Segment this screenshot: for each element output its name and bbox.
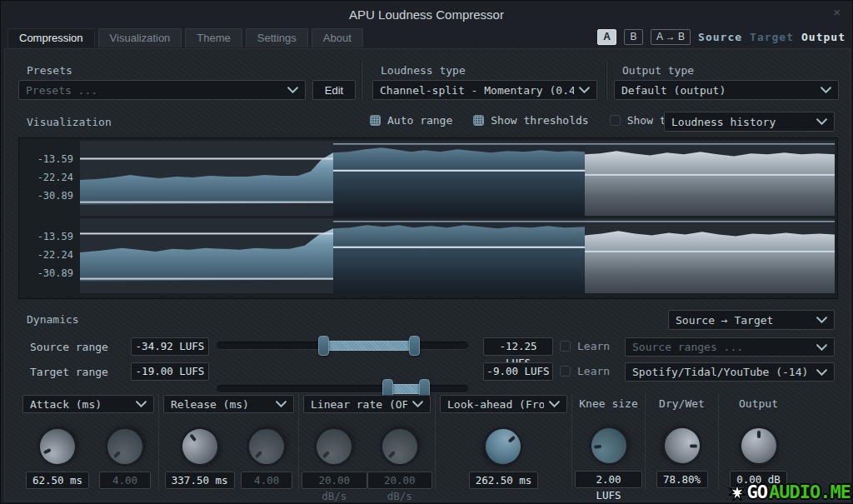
knob-pointer-icon (322, 451, 330, 458)
output-type-dropdown[interactable]: Default (output) (614, 80, 839, 100)
loudness-type-value: Channel-split - Momentary (0.4s) (380, 84, 574, 97)
axis-tick: -22.24 (37, 172, 73, 183)
tab-compression[interactable]: Compression (7, 28, 95, 47)
knob-group-header: Release (ms) (171, 398, 271, 411)
edit-preset-button[interactable]: Edit (312, 80, 356, 100)
group-attack-ms: Attack (ms) 62.50 ms 4.00 (18, 394, 158, 490)
knob[interactable] (100, 422, 149, 471)
source-range-low-value[interactable]: -34.92 LUFS (131, 337, 209, 356)
tab-theme[interactable]: Theme (185, 28, 242, 47)
knob[interactable] (479, 422, 528, 471)
titlebar: APU Loudness Compressor × (1, 1, 852, 26)
knob[interactable] (34, 423, 81, 470)
source-range-high-value[interactable]: -12.25 LUFS (483, 337, 553, 356)
checkbox-box[interactable] (473, 115, 484, 126)
slider-range-fill[interactable] (323, 341, 414, 351)
viz-mode-dropdown[interactable]: Loudness history (664, 112, 835, 132)
close-icon[interactable]: × (833, 5, 841, 19)
knob-value[interactable]: 2.00 LUFS (575, 471, 642, 488)
knob-group-dropdown[interactable]: Attack (ms) (22, 395, 154, 413)
source-range-slider[interactable] (217, 337, 468, 355)
source-learn-checkbox[interactable]: Learn (560, 340, 610, 352)
viz-mode-value: Loudness history (671, 116, 811, 128)
output-toggle[interactable]: Output (801, 31, 846, 43)
presets-dropdown[interactable]: Presets ... (18, 80, 306, 100)
knob[interactable] (741, 428, 776, 463)
knob-group-dropdown[interactable]: Look-ahead (Front (440, 395, 567, 413)
slider-track[interactable] (217, 385, 468, 393)
checkbox-box[interactable] (610, 115, 621, 126)
copy-a-to-b-button[interactable]: A → B (651, 29, 691, 45)
dynamics-section-label: Dynamics (27, 313, 79, 326)
knob-cell: 4.00 (241, 429, 292, 489)
knob-value[interactable]: 62.50 ms (26, 472, 89, 489)
knob-group-label: Knee size (575, 394, 642, 412)
knob-pointer-icon (689, 444, 696, 447)
checkbox-auto-range[interactable]: Auto range (370, 114, 452, 127)
tab-label: Settings (257, 32, 297, 44)
divider (362, 62, 362, 101)
dynamics-mode-dropdown[interactable]: Source → Target (668, 310, 835, 330)
window-title: APU Loudness Compressor (1, 7, 852, 22)
tab-bar: CompressionVisualizationThemeSettingsAbo… (1, 26, 852, 47)
target-range-high-value[interactable]: -9.00 LUFS (483, 362, 553, 381)
group-output: Output 0.00 dB (718, 394, 798, 490)
tab-about[interactable]: About (312, 28, 363, 47)
source-toggle[interactable]: Source (698, 31, 742, 43)
source-ranges-dropdown[interactable]: Source ranges ... (625, 337, 835, 357)
knob-pointer-icon (113, 451, 121, 458)
tabs: CompressionVisualizationThemeSettingsAbo… (7, 28, 363, 47)
target-preset-dropdown[interactable]: Spotify/Tidal/YouTube (-14) (625, 362, 835, 382)
target-learn-checkbox[interactable]: Learn (560, 365, 610, 377)
loudness-type-label: Loudness type (381, 64, 466, 77)
knob-pointer-icon (388, 451, 396, 458)
knob[interactable] (375, 422, 424, 471)
checkbox-show-thresholds[interactable]: Show thresholds (473, 114, 588, 127)
loudness-type-dropdown[interactable]: Channel-split - Momentary (0.4s) (372, 80, 597, 100)
knob-value[interactable]: 4.00 (241, 472, 292, 489)
snapshot-b-button[interactable]: B (624, 29, 643, 45)
loudness-history-panel: -13.59-22.24-30.89 (18, 137, 838, 299)
chevron-down-icon (816, 118, 827, 125)
knob[interactable] (664, 427, 700, 463)
tab-visualization[interactable]: Visualization (98, 28, 182, 47)
axis-tick: -30.89 (37, 267, 73, 279)
group-knee-size: Knee size 2.00 LUFS (571, 394, 645, 490)
target-range-label: Target range (30, 366, 108, 378)
tab-settings[interactable]: Settings (246, 28, 308, 47)
chevron-down-icon (816, 344, 827, 351)
knob[interactable] (175, 422, 224, 472)
snapshot-a-button[interactable]: A (597, 29, 616, 45)
knob-group-dropdown[interactable]: Release (ms) (163, 395, 294, 413)
knob-group-dropdown[interactable]: Linear rate (OFF) (303, 395, 431, 413)
slider-handle-high[interactable] (409, 336, 420, 356)
watermark-go-text: GO (747, 482, 768, 502)
target-range-low-value[interactable]: -19.00 LUFS (131, 362, 209, 381)
knob[interactable] (310, 422, 359, 471)
group-dry-wet: Dry/Wet 78.80% (645, 394, 718, 490)
knob-pointer-icon (508, 436, 516, 443)
knob-value[interactable]: 4.00 (99, 472, 151, 489)
watermark-rest-text: AUDIO.ME (769, 482, 851, 502)
knobs: 2.00 LUFS (575, 412, 642, 489)
checkbox-box[interactable] (560, 341, 571, 352)
slider-handle-low[interactable] (318, 336, 329, 356)
loudness-graph-source: -13.59-22.24-30.89 (22, 141, 835, 216)
tab-label: Visualization (110, 32, 171, 44)
checkbox-box[interactable] (370, 115, 381, 126)
knob[interactable] (590, 427, 628, 465)
plugin-window: APU Loudness Compressor × CompressionVis… (0, 0, 853, 504)
waveform-display (80, 141, 835, 216)
knob[interactable] (242, 422, 291, 471)
chevron-down-icon (136, 401, 147, 407)
axis-ticks: -13.59-22.24-30.89 (22, 141, 80, 216)
checkbox-box[interactable] (560, 366, 571, 377)
knob-value[interactable]: 78.80% (656, 471, 708, 488)
target-toggle[interactable]: Target (750, 31, 794, 43)
knob-value[interactable]: 337.50 ms (165, 472, 235, 489)
visualization-section-label: Visualization (27, 116, 112, 128)
knob-cell: 2.00 LUFS (575, 428, 642, 488)
knob-value[interactable]: 20.00 dB/s (367, 472, 433, 489)
knob-value[interactable]: 20.00 dB/s (302, 472, 367, 489)
knob-value[interactable]: 262.50 ms (469, 472, 539, 489)
